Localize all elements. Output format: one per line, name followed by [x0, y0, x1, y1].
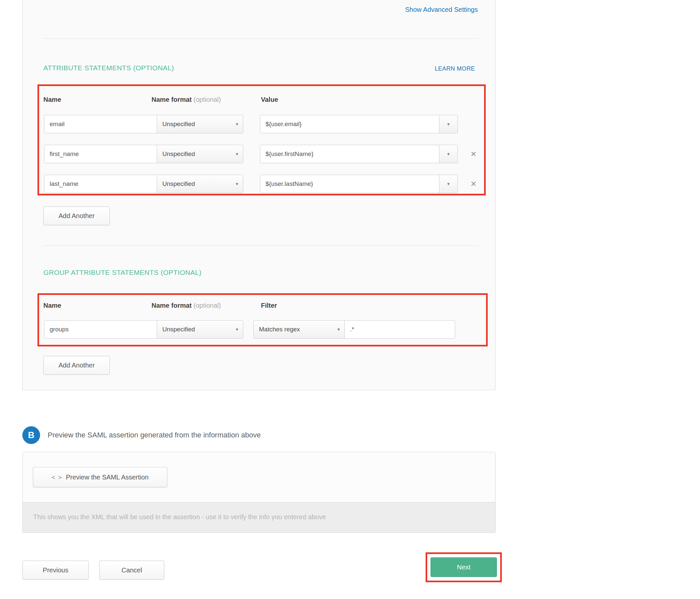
chevron-down-icon: ▾	[235, 175, 238, 193]
cancel-button[interactable]: Cancel	[99, 561, 164, 580]
column-header-optional-note: (optional)	[194, 96, 221, 103]
preview-footer: This shows you the XML that will be used…	[23, 502, 495, 532]
column-header-filter: Filter	[261, 302, 277, 309]
preview-saml-assertion-button[interactable]: < >Preview the SAML Assertion	[33, 467, 167, 487]
name-format-select[interactable]: Unspecified ▾	[157, 115, 243, 133]
attribute-name-input[interactable]	[44, 175, 157, 193]
column-header-value: Value	[261, 96, 278, 103]
value-dropdown-button[interactable]: ▾	[439, 175, 458, 193]
saml-settings-page: Show Advanced Settings ATTRIBUTE STATEME…	[0, 0, 700, 599]
column-header-name-format-label: Name format	[151, 96, 192, 103]
chevron-down-icon: ▾	[235, 320, 238, 338]
name-format-selected-value: Unspecified	[162, 180, 195, 187]
filter-type-selected-value: Matches regex	[259, 326, 300, 333]
remove-row-button[interactable]: ✕	[466, 145, 481, 163]
column-header-name: Name	[43, 302, 61, 309]
annotation-box-next-button: Next	[426, 552, 502, 582]
chevron-down-icon: ▾	[337, 320, 340, 338]
name-format-select[interactable]: Unspecified ▾	[157, 320, 243, 339]
remove-row-button[interactable]: ✕	[466, 175, 481, 193]
column-header-name-format: Name format (optional)	[151, 302, 221, 309]
divider	[43, 38, 478, 39]
name-format-selected-value: Unspecified	[162, 326, 195, 333]
add-another-button[interactable]: Add Another	[43, 356, 110, 375]
preview-saml-assertion-label: Preview the SAML Assertion	[66, 473, 149, 481]
step-b-heading: Preview the SAML assertion generated fro…	[48, 431, 261, 439]
column-header-name: Name	[43, 96, 61, 103]
group-name-input[interactable]	[44, 320, 157, 339]
chevron-down-icon: ▾	[447, 181, 450, 186]
chevron-down-icon: ▾	[235, 145, 238, 163]
name-format-select[interactable]: Unspecified ▾	[157, 175, 243, 193]
annotation-box-attribute-statements: Name Name format (optional) Value Unspec…	[38, 84, 486, 196]
next-button[interactable]: Next	[430, 557, 497, 577]
filter-type-select[interactable]: Matches regex ▾	[253, 320, 345, 339]
attribute-value-input[interactable]	[260, 145, 440, 163]
add-another-button[interactable]: Add Another	[43, 207, 110, 225]
value-dropdown-button[interactable]: ▾	[439, 145, 458, 163]
attribute-name-input[interactable]	[44, 115, 157, 133]
previous-button[interactable]: Previous	[22, 561, 89, 580]
column-header-name-format-label: Name format	[151, 302, 192, 309]
name-format-select[interactable]: Unspecified ▾	[157, 145, 243, 163]
chevron-down-icon: ▾	[235, 115, 238, 133]
attribute-name-input[interactable]	[44, 145, 157, 163]
saml-settings-panel: Show Advanced Settings ATTRIBUTE STATEME…	[22, 0, 496, 390]
code-brackets-icon: < >	[52, 474, 62, 481]
preview-description: This shows you the XML that will be used…	[33, 513, 326, 521]
value-dropdown-button[interactable]: ▾	[439, 115, 458, 133]
name-format-selected-value: Unspecified	[162, 121, 195, 127]
learn-more-link[interactable]: LEARN MORE	[435, 66, 475, 72]
column-header-name-format: Name format (optional)	[151, 96, 221, 103]
attribute-value-input[interactable]	[260, 115, 440, 133]
chevron-down-icon: ▾	[447, 121, 450, 127]
preview-panel: < >Preview the SAML Assertion This shows…	[22, 452, 496, 533]
step-b-badge: B	[22, 426, 40, 444]
name-format-selected-value: Unspecified	[162, 150, 195, 157]
attribute-value-input[interactable]	[260, 175, 440, 193]
attribute-statements-title: ATTRIBUTE STATEMENTS (OPTIONAL)	[43, 64, 174, 72]
filter-value-input[interactable]	[344, 320, 455, 339]
show-advanced-settings-link[interactable]: Show Advanced Settings	[405, 6, 478, 14]
annotation-box-group-attribute-statements: Name Name format (optional) Filter Unspe…	[38, 293, 488, 346]
chevron-down-icon: ▾	[447, 151, 450, 157]
group-attribute-statements-title: GROUP ATTRIBUTE STATEMENTS (OPTIONAL)	[43, 269, 201, 277]
column-header-optional-note: (optional)	[194, 302, 221, 309]
